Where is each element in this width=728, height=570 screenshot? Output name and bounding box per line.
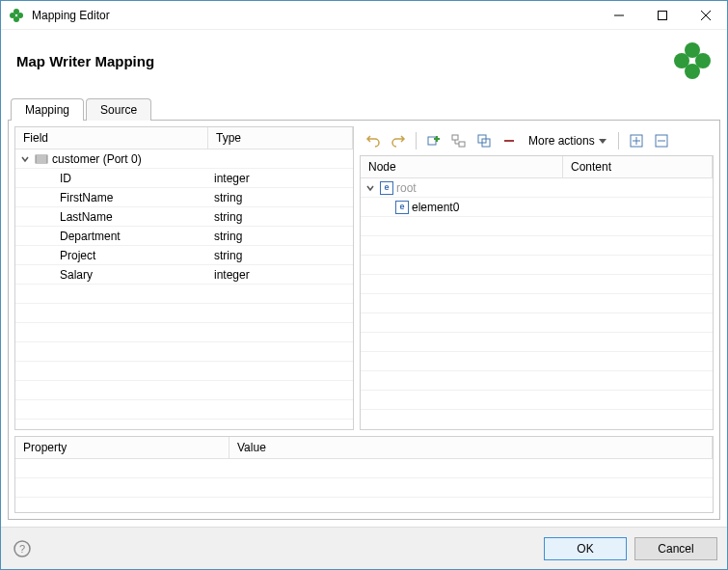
undo-button[interactable] xyxy=(362,130,385,151)
table-row xyxy=(15,362,353,381)
field-name: LastName xyxy=(15,210,208,224)
more-actions-label: More actions xyxy=(528,134,595,148)
add-child-button[interactable] xyxy=(447,130,471,151)
button-label: OK xyxy=(577,542,593,556)
button-label: Cancel xyxy=(658,542,693,556)
svg-rect-19 xyxy=(452,135,458,140)
window-title: Mapping Editor xyxy=(32,9,597,22)
cancel-button[interactable]: Cancel xyxy=(634,537,717,560)
dialog-footer: ? OK Cancel xyxy=(1,527,727,569)
column-header-property[interactable]: Property xyxy=(15,437,229,459)
titlebar: Mapping Editor xyxy=(1,1,727,30)
close-button[interactable] xyxy=(684,1,727,29)
properties-header: Property Value xyxy=(15,437,713,459)
element-icon: e xyxy=(380,181,393,195)
svg-point-11 xyxy=(695,53,711,68)
separator xyxy=(618,132,619,149)
window-controls xyxy=(597,1,727,29)
tab-mapping[interactable]: Mapping xyxy=(11,98,84,121)
add-sibling-button[interactable] xyxy=(472,130,496,151)
table-row xyxy=(361,294,713,313)
table-row xyxy=(361,391,713,410)
table-row[interactable]: Salaryinteger xyxy=(15,265,353,285)
table-row xyxy=(15,400,353,420)
table-row xyxy=(15,381,353,400)
table-row xyxy=(361,333,713,352)
table-row xyxy=(361,256,713,275)
column-header-field[interactable]: Field xyxy=(15,127,208,149)
dialog-header: Map Writer Mapping xyxy=(1,30,727,97)
svg-rect-5 xyxy=(658,11,666,19)
tab-source[interactable]: Source xyxy=(86,98,151,121)
more-actions-dropdown[interactable]: More actions xyxy=(523,130,612,151)
node-label: element0 xyxy=(412,201,459,214)
collapse-all-button[interactable] xyxy=(650,130,673,151)
table-row xyxy=(361,352,713,371)
split-panes: Field Type custo xyxy=(14,126,714,430)
field-name: ID xyxy=(15,172,208,185)
help-button[interactable]: ? xyxy=(11,537,34,560)
fields-pane: Field Type custo xyxy=(14,126,354,430)
table-row xyxy=(15,304,353,323)
fields-table-header: Field Type xyxy=(15,127,353,149)
chevron-down-icon[interactable] xyxy=(19,153,31,165)
svg-point-10 xyxy=(674,53,689,68)
expand-all-button[interactable] xyxy=(625,130,648,151)
table-row[interactable]: IDinteger xyxy=(15,169,353,188)
column-header-value[interactable]: Value xyxy=(229,437,713,459)
clover-icon xyxy=(9,8,24,23)
chevron-down-icon[interactable] xyxy=(364,182,376,194)
table-row xyxy=(361,275,713,294)
column-header-node[interactable]: Node xyxy=(361,156,563,178)
remove-button[interactable] xyxy=(498,130,521,151)
table-row xyxy=(15,342,353,362)
table-row[interactable]: FirstNamestring xyxy=(15,188,353,207)
separator xyxy=(416,132,417,149)
fields-table-body: customer (Port 0) IDinteger FirstNamestr… xyxy=(15,149,353,429)
fields-table[interactable]: Field Type custo xyxy=(14,126,354,430)
field-type: string xyxy=(208,191,353,204)
table-row xyxy=(15,285,353,304)
chevron-down-icon xyxy=(599,139,607,144)
nodes-table[interactable]: Node Content e root xyxy=(360,155,714,430)
ok-button[interactable]: OK xyxy=(544,537,627,560)
port-icon xyxy=(35,152,48,166)
minimize-button[interactable] xyxy=(597,1,640,29)
table-row[interactable]: Departmentstring xyxy=(15,227,353,246)
tab-label: Source xyxy=(100,103,137,117)
column-header-type[interactable]: Type xyxy=(208,127,353,149)
field-type: integer xyxy=(208,268,353,282)
properties-table[interactable]: Property Value xyxy=(14,436,714,513)
nodes-toolbar: More actions xyxy=(360,126,714,155)
maximize-button[interactable] xyxy=(640,1,684,29)
field-name: Salary xyxy=(15,268,208,282)
clover-logo-icon xyxy=(673,41,712,80)
page-title: Map Writer Mapping xyxy=(16,53,154,69)
field-type: integer xyxy=(208,172,353,185)
table-row xyxy=(361,371,713,391)
field-type: string xyxy=(208,230,353,243)
table-row[interactable]: Projectstring xyxy=(15,246,353,265)
field-type: string xyxy=(208,249,353,262)
table-row xyxy=(361,313,713,333)
nodes-table-header: Node Content xyxy=(361,156,713,178)
table-row xyxy=(15,323,353,342)
table-row[interactable]: LastNamestring xyxy=(15,207,353,227)
tab-label: Mapping xyxy=(25,103,69,117)
tree-root-row[interactable]: customer (Port 0) xyxy=(15,149,353,169)
window: Mapping Editor Map Writer Mapping Mappin… xyxy=(0,0,728,570)
add-node-button[interactable] xyxy=(422,130,445,151)
redo-button[interactable] xyxy=(387,130,410,151)
nodes-table-body: e root e element0 xyxy=(361,178,713,429)
field-name: Project xyxy=(15,249,208,262)
field-name: FirstName xyxy=(15,191,208,204)
table-row xyxy=(361,217,713,236)
table-row[interactable]: e element0 xyxy=(361,198,713,217)
root-label: customer (Port 0) xyxy=(52,152,142,166)
element-icon: e xyxy=(395,201,409,214)
tree-root-row[interactable]: e root xyxy=(361,178,713,198)
properties-body xyxy=(15,459,713,512)
field-type: string xyxy=(208,210,353,224)
nodes-pane: More actions Node Content xyxy=(360,126,714,430)
column-header-content[interactable]: Content xyxy=(563,156,713,178)
